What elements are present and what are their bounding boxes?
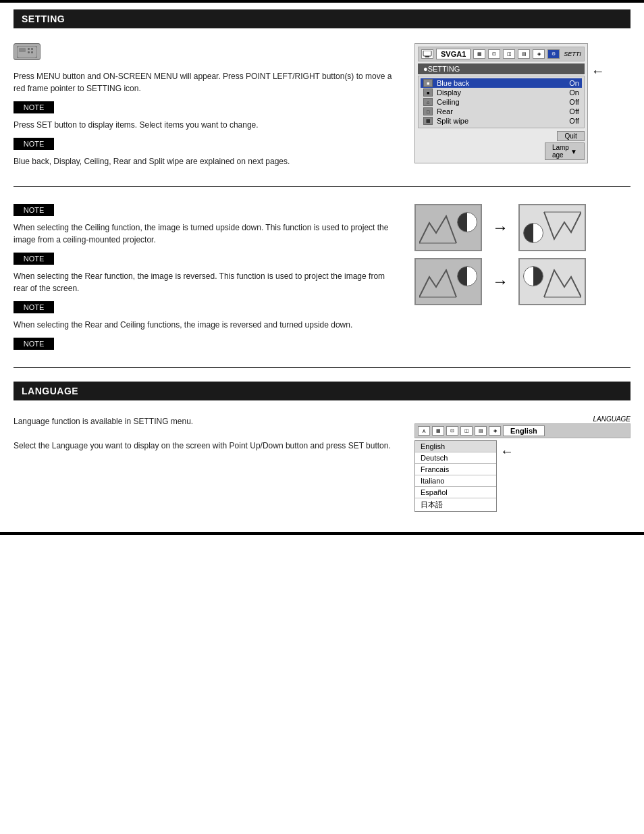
- label-ceiling-2: NOTE: [14, 253, 54, 265]
- diagram-after-rear: [518, 258, 586, 305]
- lang-icon-2: ⊡: [446, 426, 458, 436]
- osd-icon-1: ▦: [473, 49, 485, 59]
- ceiling-text-3: When selecting the Rear and Ceiling func…: [14, 319, 394, 331]
- osd-menu-icon-rear: □: [423, 107, 433, 115]
- language-toolbar-area: LANGUAGE A ▦ ⊡ ◫ ▤ ◈ English: [414, 415, 630, 438]
- osd-buttons: Quit Lampage ▼: [418, 131, 585, 160]
- label-note-2: NOTE: [14, 138, 54, 150]
- osd-menu-item-ceiling[interactable]: ⌂ Ceiling Off: [421, 97, 582, 107]
- osd-menu-item-blueback[interactable]: ■ Blue back On: [421, 78, 582, 88]
- diagram-row-rear: →: [414, 258, 630, 305]
- lang-icon-1: ▦: [432, 426, 444, 436]
- osd-panel: SVGA1 ▦ ⊡ ◫ ▤ ◈ ⚙ SETTI ●SETTING: [414, 43, 588, 163]
- language-list-area: English Deutsch Francais Italiano Españo…: [414, 440, 630, 512]
- label-note-1: NOTE: [14, 101, 54, 113]
- osd-menu-label-display: Display: [437, 88, 565, 97]
- osd-setting-label: SETTI: [564, 51, 581, 57]
- svg-rect-6: [423, 51, 431, 56]
- osd-lamp-arrow: ▼: [570, 148, 577, 155]
- ceiling-rear-left: NOTE When selecting the Ceiling function…: [14, 204, 394, 355]
- diagram-before-rear: [414, 258, 482, 305]
- ceiling-rear-diagrams: →: [414, 204, 630, 355]
- svg-rect-3: [31, 48, 33, 50]
- osd-side-arrow: ←: [591, 63, 605, 79]
- ceiling-text-1: When selecting the Ceiling function, the…: [14, 221, 394, 246]
- mountain-svg-2: [541, 209, 581, 242]
- lang-icon-auto: A: [418, 426, 430, 436]
- mountain-svg-1: [419, 213, 460, 246]
- diagram-section: →: [414, 204, 630, 305]
- mountain-svg-3: [419, 267, 460, 301]
- svg-rect-1: [19, 48, 26, 52]
- lang-item-en[interactable]: English: [415, 441, 496, 452]
- osd-menu-icon-display: ■: [423, 88, 433, 97]
- setting-left: Press MENU button and ON-SCREEN MENU wil…: [14, 43, 394, 174]
- language-section: LANGUAGE Language function is available …: [14, 382, 630, 519]
- setting-content-row: Press MENU button and ON-SCREEN MENU wil…: [14, 36, 630, 181]
- osd-icon-4: ▤: [518, 49, 530, 59]
- diagram-row-ceiling: →: [414, 204, 630, 251]
- osd-icon-5: ◈: [533, 49, 545, 59]
- osd-quit-button[interactable]: Quit: [557, 131, 584, 141]
- language-english-button[interactable]: English: [503, 425, 545, 436]
- remote-icon-area: [14, 43, 394, 60]
- remote-icon: [14, 43, 41, 60]
- divider-1: [14, 186, 630, 187]
- language-content-row: Language function is available in SETTIN…: [14, 409, 630, 519]
- setting-text-2: Press SET button to display items. Selec…: [14, 119, 394, 131]
- osd-menu-label-rear: Rear: [437, 107, 565, 115]
- diagram-arrow-2: →: [492, 272, 508, 291]
- osd-menu-label-blueback: Blue back: [437, 79, 565, 87]
- osd-menu-item-splitwipe[interactable]: ▦ Split wipe Off: [421, 116, 582, 126]
- osd-menu-icon-splitwipe: ▦: [423, 117, 433, 125]
- language-toolbar: A ▦ ⊡ ◫ ▤ ◈ English: [414, 423, 630, 438]
- setting-header: SETTING: [14, 9, 630, 28]
- osd-menu-label-ceiling: Ceiling: [437, 98, 565, 106]
- label-ceiling-4: NOTE: [14, 338, 54, 350]
- osd-menu-item-rear[interactable]: □ Rear Off: [421, 107, 582, 116]
- osd-icon-2: ⊡: [488, 49, 500, 59]
- ceiling-rear-section: NOTE When selecting the Ceiling function…: [14, 197, 630, 362]
- pie-3: [457, 266, 477, 286]
- svg-rect-2: [28, 48, 30, 50]
- osd-menu-label-splitwipe: Split wipe: [437, 117, 565, 125]
- language-right: LANGUAGE A ▦ ⊡ ◫ ▤ ◈ English English: [414, 415, 630, 512]
- lang-icon-5: ◈: [489, 426, 501, 436]
- lang-item-fr[interactable]: Francais: [415, 464, 496, 475]
- setting-section: SETTING: [14, 9, 630, 181]
- lang-item-ja[interactable]: 日本語: [415, 498, 496, 511]
- language-arrow: ←: [500, 444, 514, 459]
- lang-item-it[interactable]: Italiano: [415, 475, 496, 487]
- setting-text-1: Press MENU button and ON-SCREEN MENU wil…: [14, 70, 394, 95]
- osd-lamp-label: Lampage: [552, 144, 569, 159]
- osd-menu-value-ceiling: Off: [569, 98, 579, 106]
- osd-toolbar: SVGA1 ▦ ⊡ ◫ ▤ ◈ ⚙ SETTI: [418, 47, 585, 61]
- osd-with-arrow: SVGA1 ▦ ⊡ ◫ ▤ ◈ ⚙ SETTI ●SETTING: [414, 43, 630, 163]
- remote-svg: [17, 46, 37, 58]
- diagram-after-ceiling: [518, 204, 586, 251]
- label-ceiling-1: NOTE: [14, 204, 54, 216]
- osd-icon-6[interactable]: ⚙: [547, 49, 560, 59]
- language-left: Language function is available in SETTIN…: [14, 415, 394, 512]
- divider-2: [14, 367, 630, 368]
- osd-lamp-button[interactable]: Lampage ▼: [545, 142, 585, 160]
- svg-rect-4: [28, 51, 30, 53]
- setting-right: SVGA1 ▦ ⊡ ◫ ▤ ◈ ⚙ SETTI ●SETTING: [414, 43, 630, 174]
- language-list: English Deutsch Francais Italiano Españo…: [414, 440, 497, 512]
- diagram-arrow-1: →: [492, 218, 508, 237]
- diagram-before-ceiling: [414, 204, 482, 251]
- osd-panel-title: ●SETTING: [418, 63, 585, 74]
- lang-icon-3: ◫: [460, 426, 473, 436]
- osd-menu: ■ Blue back On ■ Display On ⌂: [418, 76, 585, 128]
- language-header: LANGUAGE: [14, 382, 630, 400]
- lang-item-de[interactable]: Deutsch: [415, 452, 496, 464]
- osd-menu-icon-blueback: ■: [423, 79, 433, 87]
- osd-menu-value-display: On: [569, 88, 579, 97]
- osd-svga-label: SVGA1: [436, 49, 471, 59]
- ceiling-text-2: When selecting the Rear function, the im…: [14, 270, 394, 294]
- osd-menu-value-splitwipe: Off: [569, 117, 579, 125]
- lang-item-es[interactable]: Español: [415, 487, 496, 498]
- osd-menu-item-display[interactable]: ■ Display On: [421, 88, 582, 97]
- osd-monitor-icon: [421, 49, 433, 59]
- language-text: Language function is available in SETTIN…: [14, 415, 394, 452]
